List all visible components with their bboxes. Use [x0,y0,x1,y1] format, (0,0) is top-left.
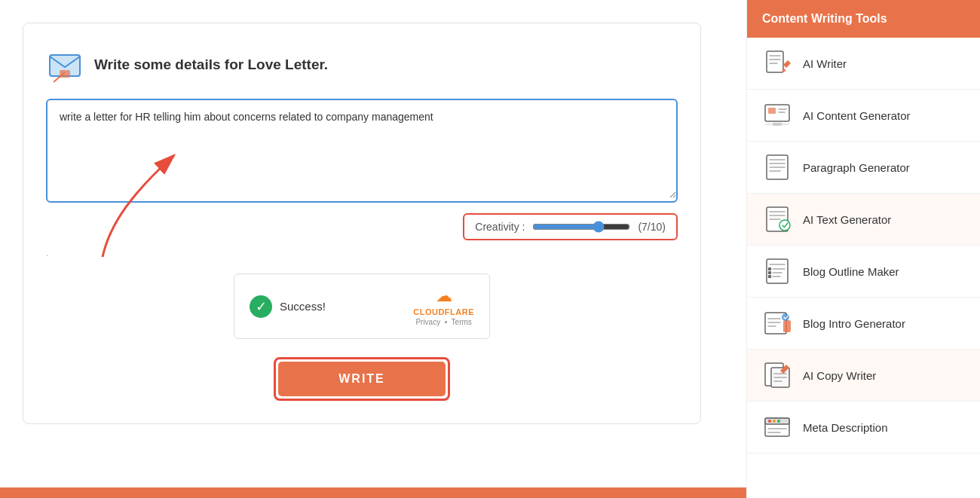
success-row: ✓ Success! [250,295,326,318]
success-check-icon: ✓ [250,295,272,318]
sidebar-item-blog-outline-maker[interactable]: Blog Outline Maker [747,246,980,298]
creativity-value: (7/10) [638,221,666,233]
sidebar-item-ai-writer[interactable]: AI Writer [747,38,980,90]
creativity-box: Creativity : (7/10) [463,213,678,240]
write-button[interactable]: WRITE [278,362,446,396]
sidebar-item-label-blog-intro-generator: Blog Intro Generator [803,317,905,330]
blog-outline-maker-icon [762,256,792,286]
form-header: Write some details for Love Letter. [46,46,678,84]
dot-label: . [46,248,678,258]
svg-rect-1 [60,70,70,78]
bottom-orange-bar [0,487,746,498]
captcha-row: ✓ Success! ☁ CLOUDFLARE Privacy • Terms [46,273,678,339]
ai-content-generator-icon [762,100,792,130]
cloudflare-cloud-icon: ☁ [436,286,452,306]
sidebar-item-ai-text-generator[interactable]: AI Text Generator [747,194,980,246]
cloudflare-logo: CLOUDFLARE [413,307,474,316]
svg-rect-13 [768,275,771,278]
sidebar-item-meta-description[interactable]: Meta Description [747,402,980,454]
svg-rect-6 [773,123,782,126]
ai-text-generator-icon [762,204,792,234]
main-content: Write some details for Love Letter. writ… [0,0,746,498]
sidebar: Content Writing Tools AI Writer AI Conte… [746,0,980,498]
ai-copy-writer-icon [762,360,792,390]
sidebar-item-label-blog-outline-maker: Blog Outline Maker [803,265,899,278]
creativity-slider[interactable] [532,221,630,233]
paragraph-generator-icon [762,152,792,182]
svg-rect-5 [768,108,776,114]
svg-point-21 [768,420,771,423]
sidebar-item-paragraph-generator[interactable]: Paragraph Generator [747,142,980,194]
svg-rect-15 [783,320,791,332]
svg-rect-12 [768,271,771,274]
textarea-wrapper: write a letter for HR telling him about … [46,99,678,203]
ai-writer-icon [762,48,792,78]
sidebar-item-label-meta-description: Meta Description [803,421,888,434]
sidebar-item-label-ai-text-generator: AI Text Generator [803,213,891,226]
svg-rect-3 [767,51,783,72]
cloudflare-links: Privacy • Terms [415,318,471,326]
success-text: Success! [280,300,326,313]
meta-description-icon [762,412,792,442]
svg-point-22 [773,420,776,423]
sidebar-item-label-paragraph-generator: Paragraph Generator [803,161,910,174]
creativity-label: Creativity : [475,221,525,233]
sidebar-item-ai-content-generator[interactable]: AI Content Generator [747,90,980,142]
sidebar-header: Content Writing Tools [747,0,980,38]
creativity-row: Creativity : (7/10) [46,213,678,240]
form-card: Write some details for Love Letter. writ… [23,23,701,424]
cloudflare-block: ☁ CLOUDFLARE Privacy • Terms [413,286,474,326]
sidebar-item-ai-copy-writer[interactable]: AI Copy Writer [747,350,980,402]
svg-point-23 [777,420,780,423]
write-btn-row: WRITE [46,357,678,401]
write-button-outer: WRITE [274,357,450,401]
blog-intro-generator-icon [762,308,792,338]
details-textarea[interactable]: write a letter for HR telling him about … [47,100,676,198]
svg-rect-11 [768,267,771,270]
svg-point-16 [782,313,789,321]
captcha-box: ✓ Success! ☁ CLOUDFLARE Privacy • Terms [234,273,490,339]
sidebar-item-label-ai-writer: AI Writer [803,57,847,70]
envelope-icon [46,46,84,84]
sidebar-item-label-ai-content-generator: AI Content Generator [803,109,911,122]
form-title: Write some details for Love Letter. [94,57,328,73]
sidebar-item-label-ai-copy-writer: AI Copy Writer [803,369,876,382]
sidebar-item-blog-intro-generator[interactable]: Blog Intro Generator [747,298,980,350]
svg-point-9 [779,220,790,231]
